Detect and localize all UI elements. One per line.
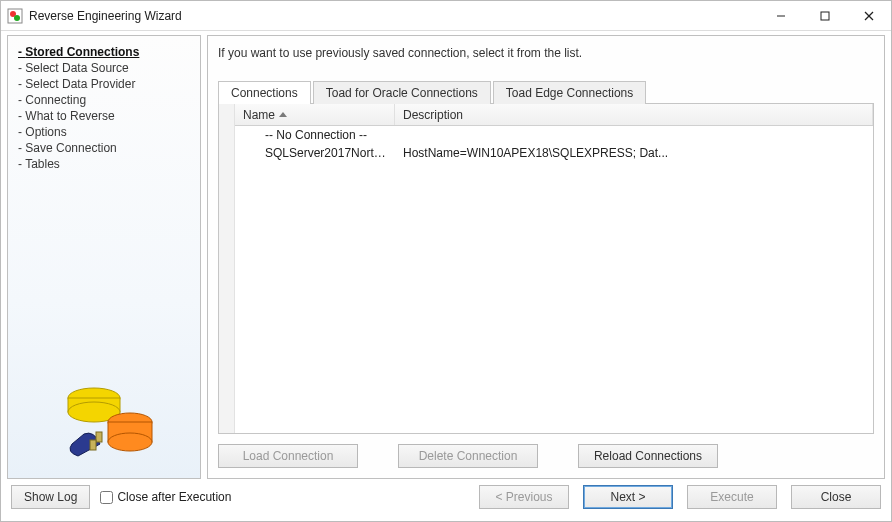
reload-connections-button[interactable]: Reload Connections: [578, 444, 718, 468]
row1-desc: HostName=WIN10APEX18\SQLEXPRESS; Dat...: [395, 146, 873, 160]
wizard-steps: - Stored Connections - Select Data Sourc…: [18, 44, 190, 172]
delete-connection-button[interactable]: Delete Connection: [398, 444, 538, 468]
bottom-bar: Show Log Close after Execution < Previou…: [1, 479, 891, 521]
window-controls: [759, 1, 891, 31]
svg-rect-14: [90, 440, 96, 450]
row1-name: SQLServer2017Northw...: [235, 146, 395, 160]
column-header-name[interactable]: Name: [235, 104, 395, 125]
connection-row-sqlserver[interactable]: SQLServer2017Northw... HostName=WIN10APE…: [235, 144, 873, 162]
action-row: Load Connection Delete Connection Reload…: [218, 434, 874, 468]
title-bar: Reverse Engineering Wizard: [1, 1, 891, 31]
close-window-button[interactable]: [847, 1, 891, 31]
step-stored-connections[interactable]: - Stored Connections: [18, 44, 190, 60]
execute-button[interactable]: Execute: [687, 485, 777, 509]
connection-row-no-connection[interactable]: -- No Connection --: [235, 126, 873, 144]
column-headers: Name Description: [235, 104, 873, 126]
svg-point-2: [14, 15, 20, 21]
svg-rect-13: [96, 432, 102, 442]
step-what-to-reverse[interactable]: - What to Reverse: [18, 108, 190, 124]
tab-bar: Connections Toad for Oracle Connections …: [218, 80, 874, 104]
svg-rect-4: [821, 12, 829, 20]
load-connection-button[interactable]: Load Connection: [218, 444, 358, 468]
step-select-data-source[interactable]: - Select Data Source: [18, 60, 190, 76]
column-name-label: Name: [243, 108, 275, 122]
sort-asc-icon: [279, 112, 287, 117]
hint-text: If you want to use previously saved conn…: [218, 46, 874, 60]
row0-name: -- No Connection --: [235, 128, 395, 142]
maximize-button[interactable]: [803, 1, 847, 31]
tree-gutter: [219, 104, 235, 433]
minimize-button[interactable]: [759, 1, 803, 31]
previous-button[interactable]: < Previous: [479, 485, 569, 509]
step-save-connection[interactable]: - Save Connection: [18, 140, 190, 156]
step-options[interactable]: - Options: [18, 124, 190, 140]
app-icon: [7, 8, 23, 24]
close-after-execution-checkbox[interactable]: Close after Execution: [100, 490, 231, 504]
show-log-button[interactable]: Show Log: [11, 485, 90, 509]
tab-toad-oracle[interactable]: Toad for Oracle Connections: [313, 81, 491, 104]
step-tables[interactable]: - Tables: [18, 156, 190, 172]
column-desc-label: Description: [403, 108, 463, 122]
step-select-data-provider[interactable]: - Select Data Provider: [18, 76, 190, 92]
close-button[interactable]: Close: [791, 485, 881, 509]
wizard-sidebar: - Stored Connections - Select Data Sourc…: [7, 35, 201, 479]
main-panel: If you want to use previously saved conn…: [207, 35, 885, 479]
connections-list: Name Description -- No Connection -- SQL…: [218, 104, 874, 434]
step-connecting[interactable]: - Connecting: [18, 92, 190, 108]
next-button[interactable]: Next >: [583, 485, 673, 509]
column-header-description[interactable]: Description: [395, 104, 873, 125]
close-after-label: Close after Execution: [117, 490, 231, 504]
window-title: Reverse Engineering Wizard: [29, 9, 182, 23]
tab-toad-edge[interactable]: Toad Edge Connections: [493, 81, 646, 104]
svg-point-12: [108, 433, 152, 451]
sidebar-artwork: [18, 374, 190, 470]
tab-connections[interactable]: Connections: [218, 81, 311, 104]
close-after-execution-input[interactable]: [100, 491, 113, 504]
